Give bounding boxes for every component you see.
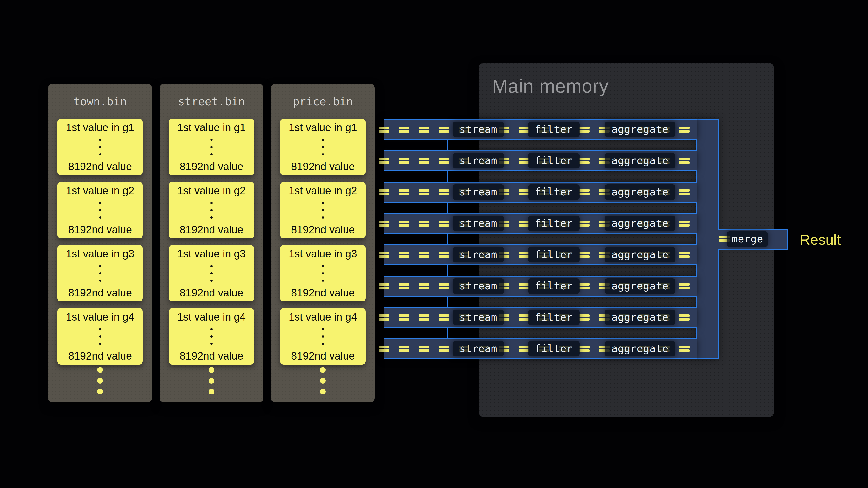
flow-dash: [579, 193, 590, 195]
ellipsis-dot: [211, 272, 213, 274]
value-block-last-label: 8192nd value: [68, 287, 132, 299]
flow-dash: [679, 189, 689, 192]
flow-equals-mark: [399, 158, 409, 165]
flow-equals-mark: [399, 283, 409, 290]
ellipsis-dot: [322, 265, 324, 267]
pipeline-gap-connector: [446, 296, 697, 308]
flow-equals-mark: [679, 346, 689, 353]
flow-dash: [418, 130, 429, 133]
flow-dash: [378, 221, 390, 223]
flow-dash: [679, 127, 689, 129]
value-block-first-label: 1st value in g4: [289, 311, 357, 323]
flow-equals-mark: [579, 283, 590, 290]
flow-equals-mark: [439, 127, 450, 134]
value-block: 1st value in g18192nd value: [57, 119, 143, 175]
pipeline-gap-connector: [446, 139, 697, 151]
flow-equals-mark: [418, 252, 429, 259]
flow-equals-mark: [579, 189, 590, 196]
flow-equals-mark: [399, 346, 409, 353]
flow-equals-mark: [399, 127, 409, 134]
file-card: street.bin1st value in g18192nd value1st…: [160, 84, 263, 402]
flow-dash: [679, 255, 689, 258]
flow-dash: [418, 189, 429, 192]
flow-dash: [679, 283, 689, 286]
ellipsis-dot: [322, 146, 324, 148]
ellipsis-dot: [322, 272, 324, 274]
flow-equals-mark: [378, 252, 390, 259]
flow-dash: [418, 318, 429, 321]
ellipsis-dot: [211, 280, 213, 282]
flow-dash: [579, 127, 590, 129]
flow-dash: [579, 224, 590, 227]
flow-equals-mark: [399, 189, 409, 196]
more-groups-dot: [320, 389, 326, 394]
value-block-first-label: 1st value in g4: [66, 311, 134, 323]
flow-dash: [679, 318, 689, 321]
stage-chip-aggregate: aggregate: [605, 153, 675, 168]
flow-dash: [579, 283, 590, 286]
flow-dash: [439, 193, 450, 195]
flow-dash: [418, 255, 429, 258]
flow-dash: [579, 315, 590, 317]
pipeline-gap-connector: [446, 233, 697, 245]
flow-equals-mark: [418, 315, 429, 322]
value-block: 1st value in g18192nd value: [169, 119, 254, 175]
more-groups-dot: [97, 389, 103, 394]
flow-dash: [399, 189, 409, 192]
flow-dash: [378, 255, 390, 258]
flow-dash: [579, 350, 590, 352]
flow-dash: [399, 161, 409, 164]
stage-chip-stream: stream: [453, 216, 504, 231]
ellipsis-dot: [322, 202, 324, 204]
vertical-ellipsis: [211, 328, 213, 345]
vertical-ellipsis: [211, 265, 213, 282]
flow-equals-mark: [418, 127, 429, 134]
flow-dash: [579, 221, 590, 223]
flow-dash: [378, 350, 390, 352]
flow-dash: [418, 221, 429, 223]
flow-dash: [679, 315, 689, 317]
flow-dash: [439, 224, 450, 227]
ellipsis-dot: [211, 139, 213, 141]
flow-dash: [679, 158, 689, 160]
value-block-last-label: 8192nd value: [180, 224, 243, 235]
value-block-first-label: 1st value in g3: [289, 248, 357, 260]
flow-equals-mark: [439, 221, 450, 228]
more-groups-dot: [209, 389, 214, 394]
flow-equals-mark: [679, 315, 689, 322]
flow-equals-mark: [418, 158, 429, 165]
more-groups-dot: [209, 367, 214, 373]
flow-equals-mark: [418, 189, 429, 196]
flow-equals-mark: [378, 283, 390, 290]
value-block-last-label: 8192nd value: [68, 350, 132, 362]
flow-dash: [439, 315, 450, 317]
flow-equals-mark: [378, 127, 390, 134]
vertical-ellipsis: [211, 139, 213, 156]
merge-chip: merge: [727, 231, 768, 247]
flow-dash: [418, 158, 429, 160]
flow-dash: [418, 224, 429, 227]
flow-dash: [579, 189, 590, 192]
stage-chip-filter: filter: [528, 341, 580, 356]
flow-equals-mark: [378, 346, 390, 353]
stage-chip-filter: filter: [528, 184, 580, 200]
flow-equals-mark: [399, 221, 409, 228]
stage-chip-aggregate: aggregate: [605, 247, 675, 262]
flow-equals-mark: [679, 189, 689, 196]
flow-dash: [418, 350, 429, 352]
stage-chip-aggregate: aggregate: [605, 310, 675, 325]
stage-chip-stream: stream: [453, 184, 504, 200]
flow-dash: [439, 346, 450, 348]
pipeline-gap-connector: [446, 170, 697, 183]
flow-equals-mark: [399, 315, 409, 322]
pipeline-assembly: merge streamfilteraggregatestreamfiltera…: [378, 119, 718, 359]
vertical-ellipsis: [211, 202, 213, 219]
more-groups-dot: [320, 378, 326, 384]
flow-dash: [399, 193, 409, 195]
value-block: 1st value in g38192nd value: [169, 245, 254, 301]
flow-dash: [679, 287, 689, 289]
flow-equals-mark: [579, 252, 590, 259]
ellipsis-dot: [322, 209, 324, 212]
more-groups-dot: [209, 378, 214, 384]
flow-equals-mark: [439, 283, 450, 290]
